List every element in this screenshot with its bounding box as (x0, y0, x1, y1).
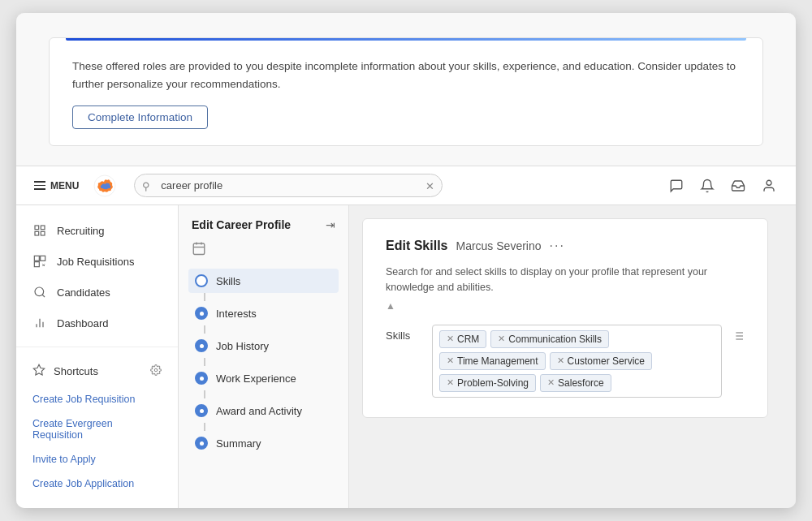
step-circle-award-activity (195, 404, 208, 417)
svg-rect-5 (41, 232, 45, 236)
skill-tag-communication-skills: ✕ Communication Skills (490, 330, 609, 348)
svg-point-9 (35, 287, 44, 296)
clear-search-icon[interactable]: ✕ (425, 179, 434, 192)
skill-tag-communication-label: Communication Skills (508, 334, 602, 345)
step-job-history[interactable]: Job History (188, 334, 339, 358)
remove-communication-icon[interactable]: ✕ (498, 334, 505, 344)
skill-tag-salesforce-label: Salesforce (558, 377, 604, 389)
step-circle-work-experience (195, 372, 208, 385)
shortcuts-title: Shortcuts (54, 365, 98, 377)
svg-rect-8 (34, 262, 39, 267)
job-requisitions-icon (32, 254, 47, 269)
edit-skills-title: Edit Skills (386, 239, 447, 253)
sidebar-label-job-requisitions: Job Requisitions (57, 256, 134, 268)
step-connector-3 (204, 358, 205, 366)
search-icon: ⚲ (142, 179, 150, 192)
panel-expand-icon[interactable]: ⇥ (326, 218, 335, 231)
menu-button[interactable]: MENU (29, 177, 84, 195)
skill-tag-customer-service-label: Customer Service (568, 355, 645, 367)
sidebar-label-candidates: Candidates (57, 286, 110, 299)
skill-tag-salesforce: ✕ Salesforce (540, 374, 611, 392)
step-work-experience[interactable]: Work Experience (188, 366, 339, 390)
skill-tag-time-management: ✕ Time Management (439, 352, 546, 370)
complete-info-button[interactable]: Complete Information (72, 105, 208, 129)
step-award-activity[interactable]: Award and Activity (188, 398, 339, 423)
recruiting-icon (32, 223, 47, 238)
sidebar-item-dashboard[interactable]: Dashboard (16, 308, 178, 338)
step-label-job-history: Job History (216, 340, 269, 352)
candidates-icon (32, 285, 47, 299)
remove-salesforce-icon[interactable]: ✕ (547, 377, 555, 388)
step-connector-1 (204, 293, 205, 301)
remove-problem-solving-icon[interactable]: ✕ (447, 377, 454, 388)
chat-icon-button[interactable] (663, 172, 690, 200)
skills-label: Skills (386, 325, 422, 342)
remove-crm-icon[interactable]: ✕ (447, 334, 454, 344)
shortcuts-settings-icon[interactable] (150, 364, 162, 378)
svg-rect-3 (41, 226, 45, 230)
edit-skills-header: Edit Skills Marcus Severino ··· (386, 239, 745, 253)
shortcut-create-evergreen-requisition[interactable]: Create Evergreen Requisition (16, 411, 178, 447)
skills-row: Skills ✕ CRM ✕ Communication Skills (386, 325, 745, 398)
more-options-button[interactable]: ··· (550, 239, 565, 253)
step-connector-4 (204, 390, 205, 398)
sidebar-item-job-requisitions[interactable]: Job Requisitions (16, 246, 178, 277)
right-panel: Edit Skills Marcus Severino ··· Search f… (349, 205, 796, 508)
skill-tag-time-management-label: Time Management (457, 355, 538, 367)
step-label-interests: Interests (216, 308, 257, 320)
remove-customer-service-icon[interactable]: ✕ (557, 355, 564, 366)
skill-tag-customer-service: ✕ Customer Service (550, 352, 652, 370)
step-interests[interactable]: Interests (188, 301, 339, 325)
step-label-work-experience: Work Experience (216, 372, 296, 385)
shortcut-create-job-requisition[interactable]: Create Job Requisition (16, 387, 178, 411)
svg-rect-16 (193, 243, 205, 255)
shortcuts-label-wrap: Shortcuts (32, 364, 98, 379)
svg-point-1 (767, 180, 771, 185)
svg-line-10 (42, 295, 45, 297)
skills-list-icon[interactable] (732, 325, 745, 345)
step-label-award-activity: Award and Activity (216, 405, 302, 417)
step-summary[interactable]: Summary (188, 431, 339, 455)
skill-tag-crm: ✕ CRM (439, 330, 486, 348)
hamburger-icon (34, 181, 45, 190)
inbox-icon-button[interactable] (724, 172, 752, 200)
workday-logo[interactable] (93, 174, 116, 197)
svg-rect-4 (35, 232, 39, 236)
step-circle-interests (195, 307, 208, 320)
search-input[interactable] (134, 174, 443, 197)
collapse-arrow-button[interactable]: ▲ (386, 300, 745, 312)
sidebar-label-recruiting: Recruiting (57, 225, 105, 237)
screen: These offered roles are provided to you … (16, 13, 796, 508)
info-banner: These offered roles are provided to you … (49, 37, 763, 146)
remove-time-management-icon[interactable]: ✕ (447, 355, 454, 366)
edit-skills-user: Marcus Severino (456, 239, 541, 252)
topnav: MENU ⚲ ✕ (16, 166, 796, 205)
skill-tag-problem-solving: ✕ Problem-Solving (439, 374, 536, 392)
skill-tag-crm-label: CRM (457, 334, 479, 345)
sidebar-item-recruiting[interactable]: Recruiting (16, 215, 178, 246)
notification-icon-button[interactable] (693, 172, 721, 200)
step-circle-skills (195, 274, 208, 287)
career-steps: Skills Interests Job History (179, 269, 348, 455)
shortcut-create-job-application[interactable]: Create Job Application (16, 471, 178, 496)
step-label-skills: Skills (216, 275, 240, 287)
panel-sub-icon (179, 241, 348, 269)
nav-icons (663, 172, 783, 200)
step-connector-5 (204, 423, 205, 431)
skills-tags-area[interactable]: ✕ CRM ✕ Communication Skills ✕ Time Mana… (432, 325, 722, 398)
step-skills[interactable]: Skills (188, 269, 339, 293)
sidebar: Recruiting Job Requisitions Candidates (16, 205, 179, 508)
profile-icon-button[interactable] (755, 172, 783, 200)
svg-rect-2 (35, 226, 39, 230)
skill-tag-problem-solving-label: Problem-Solving (457, 377, 529, 389)
middle-panel: Edit Career Profile ⇥ Skills (179, 205, 349, 508)
shortcut-invite-to-apply[interactable]: Invite to Apply (16, 447, 178, 471)
sidebar-item-candidates[interactable]: Candidates (16, 277, 178, 308)
svg-point-15 (154, 368, 158, 372)
info-text: These offered roles are provided to you … (72, 58, 740, 93)
svg-marker-14 (33, 365, 44, 376)
top-panel: These offered roles are provided to you … (16, 13, 796, 166)
skills-description: Search for and select skills to display … (386, 265, 745, 295)
svg-rect-7 (41, 256, 45, 261)
svg-rect-6 (34, 256, 39, 261)
